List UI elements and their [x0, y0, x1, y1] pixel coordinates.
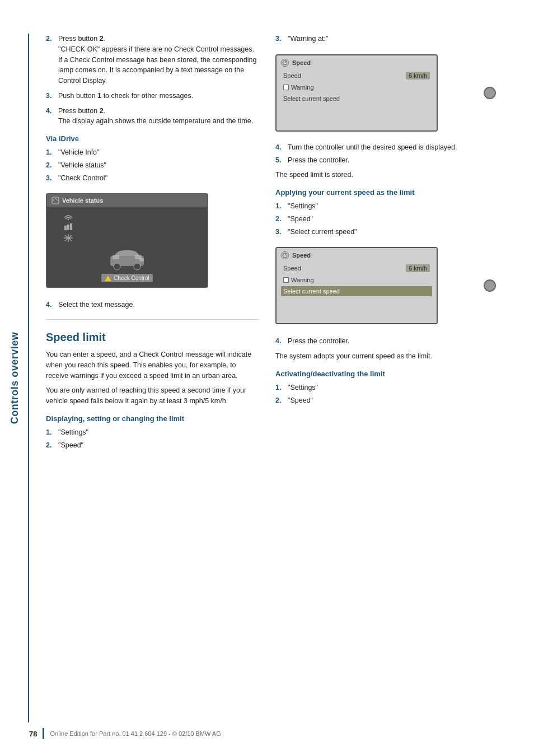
via-step3-text: "Check Control": [58, 173, 259, 184]
activating-step1-num: 1.: [275, 382, 284, 393]
step2-desc: "CHECK OK" appears if there are no Check…: [58, 45, 256, 85]
display-title: Displaying, setting or changing the limi…: [46, 414, 259, 423]
via-step2-num: 2.: [46, 160, 55, 171]
right-step5-item: 5. Press the controller.: [275, 155, 488, 166]
right-step4-list: 4. Turn the controller until the desired…: [275, 142, 488, 166]
list-item: 1. "Vehicle Info": [46, 147, 259, 158]
applying-step3-text: "Select current speed": [288, 227, 488, 237]
screen1-title-text: Speed: [292, 59, 311, 66]
sidebar: Controls overview: [0, 0, 29, 756]
screen2-select-row: Select current speed: [281, 286, 432, 296]
applying-step2-text: "Speed": [288, 214, 488, 225]
step4-text: Press button 2.The display again shows t…: [58, 106, 259, 127]
display-step1-num: 1.: [46, 427, 55, 438]
vehicle-screen-title-text: Vehicle status: [62, 197, 103, 204]
list-item: 3. "Check Control": [46, 173, 259, 184]
checkbox: [283, 85, 289, 90]
svg-point-1: [68, 219, 69, 221]
step4b-text: Select the text message.: [58, 300, 259, 310]
speed-limit-body2: You are only warned of reaching this spe…: [46, 385, 259, 407]
screen1-warning-label: Warning: [291, 84, 314, 91]
right-step4b-list: 4. Press the controller.: [275, 336, 488, 347]
footer-text: Online Edition for Part no. 01 41 2 604 …: [50, 730, 221, 737]
right-step4-num: 4.: [275, 142, 284, 153]
via-idrive-title: Via iDrive: [46, 134, 259, 143]
check-control-badge: Check Control: [101, 274, 152, 282]
step2-bold: 2: [100, 35, 104, 43]
step2-num: 2.: [46, 34, 55, 86]
check-control-label: Check Control: [114, 275, 149, 281]
controller-knob2: [484, 279, 496, 292]
speed-screen2: Speed Speed 6 km/h Warning Select curren…: [275, 247, 438, 324]
activating-title: Activating/deactivating the limit: [275, 370, 488, 378]
speed-screen1-wrapper: Speed Speed 6 km/h Warning Select curren…: [275, 49, 488, 137]
activating-list: 1. "Settings" 2. "Speed": [275, 382, 488, 406]
display-step2-text: "Speed": [58, 440, 259, 451]
screen2-inner: Speed Speed 6 km/h Warning Select curren…: [277, 248, 437, 323]
left-column: 2. Press button 2. "CHECK OK" appears if…: [46, 34, 259, 734]
screen1-speed-value: 6 km/h: [406, 72, 430, 80]
step4b-item: 4. Select the text message.: [46, 300, 259, 310]
svg-rect-4: [70, 223, 72, 230]
signal-icon: [63, 211, 74, 220]
vehicle-screen-body: Check Control: [47, 207, 207, 287]
adopted-text: The system adopts your current speed as …: [275, 351, 488, 362]
activating-step1-text: "Settings": [288, 382, 488, 393]
sidebar-label: Controls overview: [9, 332, 21, 424]
via-step1-text: "Vehicle Info": [58, 147, 259, 158]
step2-item: 2. Press button 2. "CHECK OK" appears if…: [46, 34, 259, 86]
right-step4b-num: 4.: [275, 336, 284, 347]
right-column: 3. "Warning at:": [275, 34, 488, 734]
right-step3-text: "Warning at:": [288, 34, 488, 44]
warning-triangle-icon: [105, 276, 111, 281]
speed-limit-title: Speed limit: [46, 331, 259, 344]
speed-icon2: [282, 253, 288, 258]
step4b-list: 4. Select the text message.: [46, 300, 259, 310]
speed-screen1: Speed Speed 6 km/h Warning Select curren…: [275, 54, 438, 132]
screen2-warning-row: Warning: [281, 275, 432, 285]
bars-icon: [63, 222, 73, 231]
via-idrive-list: 1. "Vehicle Info" 2. "Vehicle status" 3.…: [46, 147, 259, 183]
stored-text: The speed limit is stored.: [275, 170, 488, 180]
right-step5-num: 5.: [275, 155, 284, 166]
screen2-title-text: Speed: [292, 252, 311, 259]
applying-step1-text: "Settings": [288, 201, 488, 212]
via-step3-num: 3.: [46, 173, 55, 184]
screen2-spacer: [281, 297, 432, 320]
display-step2-num: 2.: [46, 440, 55, 451]
screen1-title-icon: [281, 59, 289, 67]
screen2-select-label: Select current speed: [283, 288, 340, 295]
footer-line: [43, 728, 44, 739]
car-svg: [105, 246, 149, 270]
screen1-title-bar: Speed: [281, 59, 432, 67]
sidebar-line: [28, 34, 29, 722]
vehicle-icon: [51, 197, 59, 204]
checkbox2: [283, 277, 289, 283]
screen1-speed-row: Speed 6 km/h: [281, 70, 432, 81]
snowflake-icon: [63, 234, 74, 242]
screen1-inner: Speed Speed 6 km/h Warning Select curren…: [277, 55, 437, 130]
speed-icon: [282, 60, 288, 66]
via-step1-num: 1.: [46, 147, 55, 158]
screen1-select-row: Select current speed: [281, 94, 432, 104]
vehicle-screen-title: Vehicle status: [47, 194, 207, 207]
svg-point-11: [134, 263, 140, 270]
screen1-warning-row: Warning: [281, 82, 432, 92]
applying-step3-num: 3.: [275, 227, 284, 237]
screen2-warning-label: Warning: [291, 277, 314, 283]
vehicle-icons-row: [51, 211, 203, 242]
main-content: 2. Press button 2. "CHECK OK" appears if…: [29, 0, 534, 756]
list-item: 1. "Settings": [46, 427, 259, 438]
activating-step2-num: 2.: [275, 395, 284, 406]
right-step3-item: 3. "Warning at:": [275, 34, 488, 44]
page-container: Controls overview 2. Press button 2. "CH…: [0, 0, 534, 756]
list-item: 1. "Settings": [275, 201, 488, 212]
list-item: 2. "Speed": [46, 440, 259, 451]
screen2-title-icon: [281, 251, 289, 259]
right-step4-item: 4. Turn the controller until the desired…: [275, 142, 488, 153]
step4b-num: 4.: [46, 300, 55, 310]
vehicle-icon-item: [63, 211, 74, 220]
right-step4-text: Turn the controller until the desired sp…: [288, 142, 488, 153]
right-step3-list: 3. "Warning at:": [275, 34, 488, 44]
step4-list: 4. Press button 2.The display again show…: [46, 106, 259, 127]
